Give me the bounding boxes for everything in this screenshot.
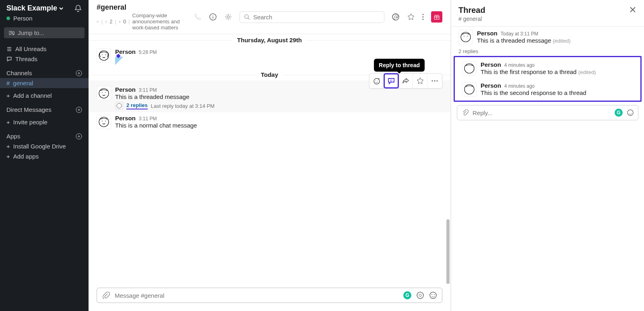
message-author[interactable]: Person xyxy=(481,82,501,89)
plus-icon: + xyxy=(6,92,10,99)
dm-section-label[interactable]: Direct Messages xyxy=(6,106,52,113)
thread-reply[interactable]: Person4 minutes ago This is the first re… xyxy=(455,58,640,79)
chevron-down-icon xyxy=(59,6,64,11)
paperclip-icon[interactable] xyxy=(461,109,469,116)
at-icon[interactable] xyxy=(416,291,424,299)
install-google-drive[interactable]: + Install Google Drive xyxy=(0,141,89,151)
message-body: This is a threaded message xyxy=(115,93,215,100)
message-author[interactable]: Person xyxy=(477,30,497,37)
avatar[interactable] xyxy=(97,115,111,129)
message[interactable]: Person3:11 PM This is a normal chat mess… xyxy=(89,112,450,132)
channels-section-label[interactable]: Channels xyxy=(6,70,32,76)
add-dm-icon[interactable] xyxy=(76,107,82,113)
thread-reply-input[interactable] xyxy=(473,109,611,116)
message-body: This is a threaded message xyxy=(477,37,551,44)
svg-point-22 xyxy=(417,292,423,299)
more-button[interactable] xyxy=(427,74,442,88)
react-button[interactable] xyxy=(369,74,384,88)
message-time: 4 minutes ago xyxy=(504,62,535,68)
search-input[interactable] xyxy=(253,14,380,21)
message-time: 4 minutes ago xyxy=(504,83,535,89)
thread-channel[interactable]: # general xyxy=(458,16,485,22)
message-time: Today at 3:11 PM xyxy=(501,31,538,37)
reply-avatar xyxy=(115,102,123,110)
member-count[interactable]: 2 xyxy=(109,19,112,25)
svg-point-16 xyxy=(432,80,433,82)
message-author[interactable]: Person xyxy=(481,61,501,68)
star-icon[interactable] xyxy=(407,13,415,21)
invite-label: Invite people xyxy=(13,119,47,126)
edited-label: (edited) xyxy=(578,69,596,75)
thread-panel: Thread # general PersonToday at 3:11 PM … xyxy=(451,0,644,311)
phone-icon[interactable] xyxy=(194,13,202,21)
user-presence[interactable]: Person xyxy=(0,15,89,26)
avatar[interactable] xyxy=(462,61,477,76)
mentions-icon[interactable] xyxy=(392,13,400,21)
star-outline-icon[interactable] xyxy=(97,19,99,25)
share-button[interactable] xyxy=(398,74,413,88)
scrollbar[interactable] xyxy=(446,219,450,284)
close-icon[interactable] xyxy=(629,6,637,14)
thread-composer[interactable]: G xyxy=(457,105,638,120)
info-icon[interactable] xyxy=(209,13,217,21)
search-box[interactable] xyxy=(239,11,384,23)
all-unreads[interactable]: All Unreads xyxy=(0,44,89,54)
avatar[interactable] xyxy=(462,82,477,97)
channel-general[interactable]: # general xyxy=(0,78,89,88)
add-channel-label: Add a channel xyxy=(13,92,52,99)
invite-people[interactable]: + Invite people xyxy=(0,117,89,127)
add-channel-icon[interactable] xyxy=(76,70,82,76)
message-list: Thursday, August 29th Person5:28 PM Toda… xyxy=(89,34,450,284)
image-attachment[interactable] xyxy=(115,57,126,66)
channel-name[interactable]: #general xyxy=(97,3,187,12)
message-composer[interactable]: G xyxy=(97,288,442,303)
bell-icon[interactable] xyxy=(74,4,82,12)
svg-point-29 xyxy=(464,84,474,94)
gear-icon[interactable] xyxy=(224,13,232,21)
svg-point-12 xyxy=(423,19,424,20)
gift-icon[interactable] xyxy=(431,11,442,23)
pin-count[interactable]: 0 xyxy=(123,19,126,25)
emoji-icon[interactable] xyxy=(627,109,634,116)
avatar[interactable] xyxy=(97,86,111,101)
presence-dot-icon xyxy=(6,16,10,20)
add-app-icon[interactable] xyxy=(76,133,82,140)
message-author[interactable]: Person xyxy=(115,86,136,93)
message[interactable]: Reply to thread Person3:11 PM This is a … xyxy=(89,80,450,112)
replies-count: 2 replies xyxy=(451,47,644,55)
avatar[interactable] xyxy=(458,30,473,44)
svg-point-4 xyxy=(106,21,107,22)
sidebar: Slack Example Person Jump to... All Unre… xyxy=(0,0,89,311)
workspace-switcher[interactable]: Slack Example xyxy=(6,4,64,12)
more-vertical-icon[interactable] xyxy=(422,13,424,21)
threads-nav[interactable]: Threads xyxy=(0,54,89,64)
svg-point-23 xyxy=(419,294,421,297)
reply-thread-button[interactable] xyxy=(384,74,398,88)
message-body: This is a normal chat message xyxy=(115,122,197,129)
channel-topic[interactable]: Company-wide announcements and work-base… xyxy=(132,12,187,31)
jump-to[interactable]: Jump to... xyxy=(4,27,85,38)
all-unreads-label: All Unreads xyxy=(15,45,47,52)
thread-summary[interactable]: 2 replies Last reply today at 3:14 PM xyxy=(115,102,215,110)
members-icon xyxy=(105,19,107,24)
grammarly-icon[interactable]: G xyxy=(615,109,623,117)
avatar[interactable] xyxy=(97,48,111,63)
thread-reply[interactable]: Person4 minutes ago This is the second r… xyxy=(455,79,640,100)
reply-highlight: Person4 minutes ago This is the first re… xyxy=(454,56,642,102)
tooltip: Reply to thread xyxy=(374,59,425,72)
thread-root-message[interactable]: PersonToday at 3:11 PM This is a threade… xyxy=(451,27,644,47)
message-author[interactable]: Person xyxy=(115,115,136,122)
composer-input[interactable] xyxy=(115,292,398,299)
paperclip-icon[interactable] xyxy=(102,291,110,299)
grammarly-icon[interactable]: G xyxy=(403,291,411,299)
add-apps[interactable]: + Add apps xyxy=(0,151,89,161)
star-button[interactable] xyxy=(413,74,427,88)
current-user: Person xyxy=(13,15,33,22)
svg-point-6 xyxy=(227,16,229,18)
svg-point-19 xyxy=(99,89,109,98)
apps-section-label[interactable]: Apps xyxy=(6,133,20,140)
list-icon xyxy=(6,46,12,52)
add-channel[interactable]: + Add a channel xyxy=(0,91,89,101)
message-time: 3:11 PM xyxy=(139,87,157,93)
emoji-icon[interactable] xyxy=(429,291,437,299)
